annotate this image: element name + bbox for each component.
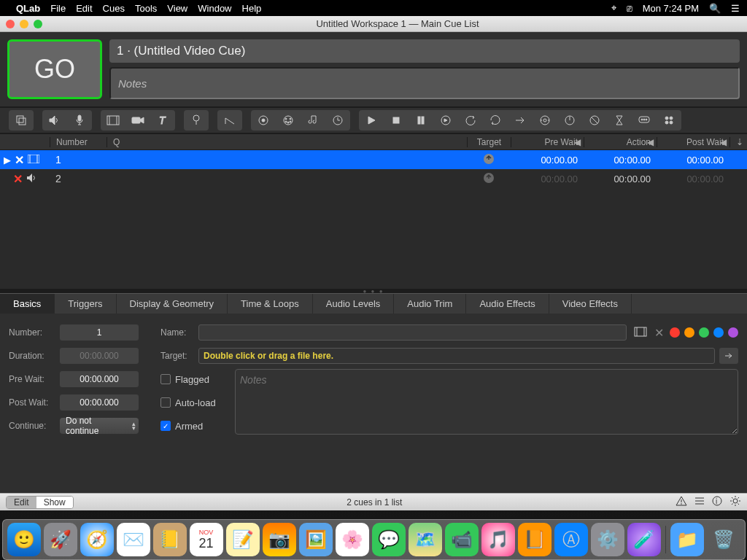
disarm-cue-icon[interactable] xyxy=(582,110,607,131)
standby-cue-notes[interactable] xyxy=(109,67,740,99)
col-postwait[interactable]: Post Wait◀ xyxy=(657,137,729,147)
wait-cue-icon[interactable] xyxy=(607,110,632,131)
cue-number[interactable]: 2 xyxy=(50,173,107,184)
color-red[interactable] xyxy=(670,327,680,338)
show-mode-button[interactable]: Show xyxy=(36,497,73,508)
minimize-button[interactable] xyxy=(20,20,28,28)
tab-display-geometry[interactable]: Display & Geometry xyxy=(117,294,228,314)
menu-edit[interactable]: Edit xyxy=(76,3,92,14)
script-cue-icon[interactable] xyxy=(657,110,681,131)
finder-icon[interactable]: 🙂 xyxy=(7,523,41,556)
color-green[interactable] xyxy=(699,327,709,338)
memo-cue-icon[interactable] xyxy=(632,110,657,131)
col-continue-icon[interactable]: ⇣ xyxy=(729,137,747,147)
sysprefs-icon[interactable]: ⚙️ xyxy=(591,523,624,556)
info-icon[interactable]: i xyxy=(712,496,722,508)
stop-cue-icon[interactable] xyxy=(384,110,409,131)
appstore-icon[interactable]: Ⓐ xyxy=(554,523,588,556)
menu-file[interactable]: File xyxy=(50,3,66,14)
cue-target[interactable] xyxy=(467,153,511,167)
ibooks-icon[interactable]: 📙 xyxy=(518,523,551,556)
pause-cue-icon[interactable] xyxy=(409,110,433,131)
load-cue-icon[interactable] xyxy=(433,110,458,131)
standby-cue-name[interactable]: 1 · (Untitled Video Cue) xyxy=(109,39,740,63)
trash-icon[interactable]: 🗑️ xyxy=(707,523,740,556)
zoom-button[interactable] xyxy=(34,20,42,28)
timecode-cue-icon[interactable] xyxy=(325,110,350,131)
messages-icon[interactable]: 💬 xyxy=(372,523,406,556)
notes-icon[interactable]: 📝 xyxy=(226,523,260,556)
spotlight-icon[interactable]: 🔍 xyxy=(709,3,721,14)
menu-help[interactable]: Help xyxy=(242,3,262,14)
tab-triggers[interactable]: Triggers xyxy=(55,294,116,314)
tab-audio-effects[interactable]: Audio Effects xyxy=(466,294,549,314)
armed-checkbox[interactable] xyxy=(160,421,171,431)
menu-tools[interactable]: Tools xyxy=(135,3,157,14)
tab-audio-trim[interactable]: Audio Trim xyxy=(394,294,466,314)
screenshot-icon[interactable]: ⌖ xyxy=(611,2,616,14)
camera-cue-icon[interactable] xyxy=(125,110,150,131)
cue-action[interactable]: 00:00.00 xyxy=(584,155,657,166)
launchpad-icon[interactable]: 🚀 xyxy=(44,523,77,556)
cue-row[interactable]: ▶ ✕ 1 00:00.00 00:00.00 00:00.00 xyxy=(0,150,747,169)
cue-prewait[interactable]: 00:00.00 xyxy=(511,174,584,184)
mode-toggle[interactable]: Edit Show xyxy=(6,496,74,509)
close-button[interactable] xyxy=(6,20,15,28)
midi-cue-icon[interactable] xyxy=(276,110,301,131)
tab-time-loops[interactable]: Time & Loops xyxy=(228,294,313,314)
audio-cue-icon[interactable] xyxy=(42,110,67,131)
facetime-icon[interactable]: 📹 xyxy=(445,523,479,556)
continue-select[interactable]: Do not continue▴▾ xyxy=(60,418,139,434)
fade-cue-icon[interactable] xyxy=(217,110,242,131)
menu-cues[interactable]: Cues xyxy=(103,3,125,14)
mail-icon[interactable]: ✉️ xyxy=(117,523,150,556)
tab-audio-levels[interactable]: Audio Levels xyxy=(313,294,394,314)
cue-list[interactable]: ▶ ✕ 1 00:00.00 00:00.00 00:00.00 ✕ 2 00:… xyxy=(0,150,747,289)
color-orange[interactable] xyxy=(684,327,694,338)
col-action[interactable]: Action◀ xyxy=(584,137,657,147)
network-cue-icon[interactable] xyxy=(251,110,276,131)
airplay-icon[interactable]: ⎚ xyxy=(627,3,632,14)
cue-prewait[interactable]: 00:00.00 xyxy=(511,155,584,166)
itunes-icon[interactable]: 🎵 xyxy=(481,523,515,556)
clock[interactable]: Mon 7:24 PM xyxy=(643,3,699,14)
app-name[interactable]: QLab xyxy=(16,3,40,14)
photos-icon[interactable]: 🌸 xyxy=(336,523,369,556)
warnings-icon[interactable] xyxy=(676,496,687,508)
calendar-icon[interactable]: NOV21 xyxy=(190,523,223,556)
no-color-icon[interactable]: ✕ xyxy=(654,326,664,340)
color-blue[interactable] xyxy=(713,327,724,338)
reveal-target-button[interactable] xyxy=(719,348,738,364)
edit-mode-button[interactable]: Edit xyxy=(7,497,36,508)
start-cue-icon[interactable] xyxy=(359,110,384,131)
goto-cue-icon[interactable] xyxy=(508,110,533,131)
col-prewait[interactable]: Pre Wait◀ xyxy=(511,137,584,147)
target-cue-icon[interactable] xyxy=(533,110,557,131)
go-button[interactable]: GO xyxy=(7,39,102,99)
devamp-cue-icon[interactable] xyxy=(483,110,508,131)
photobooth-icon[interactable]: 📷 xyxy=(263,523,296,556)
lists-icon[interactable] xyxy=(694,496,705,508)
color-purple[interactable] xyxy=(728,327,738,338)
name-field[interactable] xyxy=(198,324,627,341)
notes-field[interactable] xyxy=(235,369,738,435)
col-target[interactable]: Target xyxy=(467,137,511,147)
light-cue-icon[interactable] xyxy=(184,110,209,131)
target-field[interactable]: Double click or drag a file here. xyxy=(198,348,715,364)
number-field[interactable] xyxy=(60,324,139,341)
maps-icon[interactable]: 🗺️ xyxy=(409,523,442,556)
downloads-icon[interactable]: 📁 xyxy=(670,523,704,556)
tab-basics[interactable]: Basics xyxy=(0,294,55,314)
autoload-checkbox[interactable] xyxy=(160,397,171,408)
contacts-icon[interactable]: 📒 xyxy=(153,523,187,556)
tab-video-effects[interactable]: Video Effects xyxy=(549,294,632,314)
safari-icon[interactable]: 🧭 xyxy=(80,523,114,556)
duration-field[interactable] xyxy=(60,348,139,364)
col-number[interactable]: Number xyxy=(50,137,107,147)
reset-cue-icon[interactable] xyxy=(458,110,483,131)
settings-icon[interactable] xyxy=(729,495,741,509)
cue-action[interactable]: 00:00.00 xyxy=(584,174,657,184)
menu-view[interactable]: View xyxy=(167,3,187,14)
arm-cue-icon[interactable] xyxy=(557,110,582,131)
flagged-checkbox[interactable] xyxy=(160,374,171,384)
